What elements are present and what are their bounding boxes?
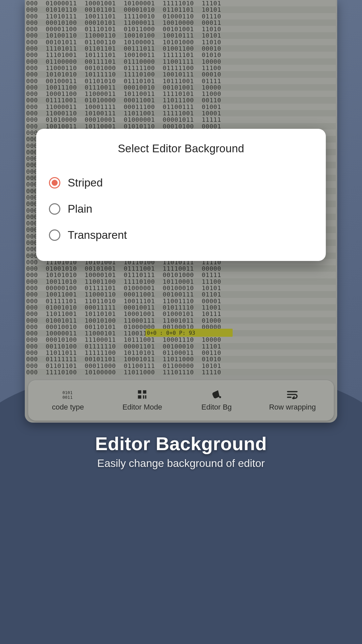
toolbar-label: Row wrapping	[269, 403, 316, 412]
svg-rect-3	[143, 390, 146, 394]
toolbar-editor-mode[interactable]: Editor Mode	[120, 389, 164, 412]
toolbar-code-type[interactable]: 0101 0011 code type	[46, 389, 90, 412]
radio-label: Transparent	[68, 229, 127, 241]
svg-rect-2	[138, 390, 141, 394]
toolbar-label: code type	[52, 403, 84, 412]
radio-indicator	[49, 203, 60, 215]
toolbar-label: Editor Mode	[122, 403, 162, 412]
radio-indicator	[49, 229, 60, 241]
radio-label: Plain	[68, 203, 92, 215]
dialog-title: Select Editor Background	[48, 142, 314, 155]
radio-label: Striped	[68, 176, 103, 189]
svg-text:0101: 0101	[62, 390, 72, 395]
svg-text:0011: 0011	[62, 395, 72, 399]
svg-rect-6	[145, 395, 146, 399]
toolbar-row-wrapping[interactable]: Row wrapping	[269, 389, 316, 412]
cursor-status-pill: 0+0 : 0+0 P: 93	[145, 329, 233, 337]
select-background-dialog: Select Editor Background StripedPlainTra…	[36, 129, 326, 261]
binary-code-icon: 0101 0011	[62, 389, 74, 399]
radio-option-plain[interactable]: Plain	[48, 196, 314, 222]
text-wrap-icon	[287, 389, 298, 399]
svg-rect-4	[138, 395, 141, 399]
toolbar-label: Editor Bg	[201, 403, 232, 412]
radio-option-striped[interactable]: Striped	[48, 170, 314, 196]
bottom-toolbar: 0101 0011 code type Editor Mode	[28, 380, 334, 421]
paint-bucket-icon	[211, 389, 222, 399]
cursor-status-text: 0+0 : 0+0 P: 93	[147, 330, 195, 336]
promo-caption: Editor Background Easily change backgrou…	[0, 433, 362, 470]
toolbar-editor-bg[interactable]: Editor Bg	[195, 389, 238, 412]
dashboard-icon	[136, 389, 148, 399]
radio-indicator	[49, 177, 60, 189]
promo-subheading: Easily change background of editor	[0, 457, 362, 470]
promo-heading: Editor Background	[0, 433, 362, 454]
svg-rect-5	[143, 395, 144, 399]
svg-point-7	[219, 396, 221, 398]
radio-option-transparent[interactable]: Transparent	[48, 222, 314, 248]
